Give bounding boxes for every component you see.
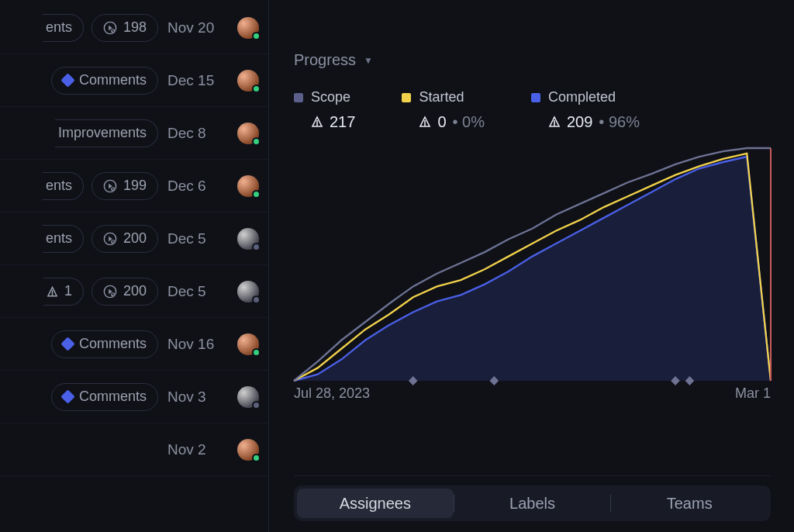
avatar[interactable] [237, 70, 259, 92]
avatar[interactable] [237, 17, 259, 39]
list-item[interactable]: ents200Dec 5 [0, 212, 268, 265]
chip-label: Comments [79, 389, 147, 405]
legend-completed[interactable]: Completed 209 • 96% [531, 89, 640, 131]
comments-chip[interactable]: Comments [51, 330, 158, 358]
list-item[interactable]: CommentsNov 3 [0, 371, 268, 423]
x-end-label: Mar 1 [735, 385, 771, 402]
item-date: Nov 2 [167, 441, 228, 458]
legend-label: Scope [311, 89, 350, 105]
presence-indicator [252, 190, 261, 199]
progress-title: Progress [294, 51, 356, 69]
avatar[interactable] [237, 333, 259, 355]
play-check-icon [103, 21, 117, 35]
progress-dropdown[interactable]: Progress ▼ [294, 51, 771, 69]
triangle-icon [311, 114, 323, 132]
triangle-icon [47, 285, 58, 299]
presence-indicator [252, 243, 261, 251]
avatar[interactable] [237, 123, 259, 144]
presence-indicator [252, 137, 261, 146]
legend-label: Completed [548, 89, 616, 105]
legend-pct: • 96% [599, 113, 640, 131]
diamond-icon [60, 73, 74, 87]
label-chip[interactable]: ents [43, 172, 84, 200]
tab-labels[interactable]: Labels [454, 489, 611, 518]
chevron-down-icon: ▼ [364, 55, 373, 66]
scope-swatch [294, 93, 303, 102]
effort-chip[interactable]: 1 [43, 278, 84, 306]
legend-pct: • 0% [453, 113, 485, 131]
avatar[interactable] [237, 175, 259, 197]
item-date: Dec 15 [167, 72, 228, 89]
item-date: Dec 6 [167, 178, 228, 195]
cycle-chip[interactable]: 198 [91, 14, 158, 42]
started-swatch [402, 93, 411, 102]
comments-chip[interactable]: Comments [51, 67, 158, 95]
completed-area [294, 157, 771, 381]
legend-label: Started [419, 89, 464, 105]
chart-legend: Scope 217 Started 0 • 0% [294, 89, 771, 131]
presence-indicator [252, 454, 261, 462]
legend-value: 209 [567, 113, 592, 131]
list-item[interactable]: CommentsNov 16 [0, 318, 268, 371]
chip-number: 200 [123, 230, 147, 247]
tab-teams[interactable]: Teams [611, 489, 768, 518]
presence-indicator [252, 295, 261, 304]
issue-list: ents198Nov 20CommentsDec 15ImprovementsD… [0, 0, 269, 532]
label-chip[interactable]: ents [43, 225, 84, 253]
cycle-chip[interactable]: 199 [91, 172, 158, 200]
item-date: Nov 20 [167, 19, 228, 36]
list-item[interactable]: ImprovementsDec 8 [0, 107, 268, 160]
cycle-chip[interactable]: 200 [91, 278, 158, 306]
avatar[interactable] [237, 228, 259, 250]
item-date: Dec 8 [167, 125, 228, 142]
legend-value: 217 [330, 113, 355, 131]
play-check-icon [103, 285, 117, 299]
list-item[interactable]: 1200Dec 5 [0, 265, 268, 318]
legend-value: 0 [437, 113, 446, 131]
list-item[interactable]: ents199Dec 6 [0, 160, 268, 212]
presence-indicator [252, 32, 261, 40]
play-check-icon [103, 179, 117, 193]
completed-swatch [531, 93, 540, 102]
triangle-icon [419, 114, 431, 132]
chip-label: Comments [79, 336, 147, 352]
presence-indicator [252, 348, 261, 357]
item-date: Nov 16 [167, 336, 228, 353]
avatar[interactable] [237, 386, 259, 408]
chip-number: 200 [123, 283, 147, 299]
triangle-icon [548, 114, 561, 132]
list-item[interactable]: ents198Nov 20 [0, 2, 268, 54]
list-item[interactable]: Nov 2 [0, 423, 268, 476]
detail-tabs-bar: AssigneesLabelsTeams [294, 475, 771, 532]
presence-indicator [252, 85, 261, 93]
label-chip[interactable]: ents [43, 14, 84, 42]
chip-number: 198 [123, 19, 147, 36]
item-date: Dec 5 [167, 283, 228, 300]
avatar[interactable] [237, 281, 259, 302]
progress-panel: Progress ▼ Scope 217 Started [269, 0, 794, 532]
legend-started[interactable]: Started 0 • 0% [402, 89, 485, 131]
diamond-icon [60, 389, 74, 403]
chip-number: 1 [64, 283, 72, 299]
progress-chart[interactable] [294, 148, 771, 381]
legend-scope[interactable]: Scope 217 [294, 89, 355, 131]
label-chip[interactable]: Improvements [55, 119, 158, 147]
chart-x-axis: Jul 28, 2023 Mar 1 [294, 385, 771, 402]
x-start-label: Jul 28, 2023 [294, 385, 370, 402]
tab-assignees[interactable]: Assignees [297, 489, 454, 518]
presence-indicator [252, 401, 261, 409]
diamond-icon [60, 337, 74, 351]
chip-number: 199 [123, 178, 147, 194]
play-check-icon [103, 232, 117, 246]
cycle-chip[interactable]: 200 [91, 225, 158, 253]
detail-tabs: AssigneesLabelsTeams [294, 485, 771, 521]
item-date: Dec 5 [167, 230, 228, 247]
list-item[interactable]: CommentsDec 15 [0, 54, 268, 107]
comments-chip[interactable]: Comments [51, 383, 158, 411]
item-date: Nov 3 [167, 389, 228, 406]
chip-label: Comments [79, 72, 147, 88]
avatar[interactable] [237, 439, 259, 461]
